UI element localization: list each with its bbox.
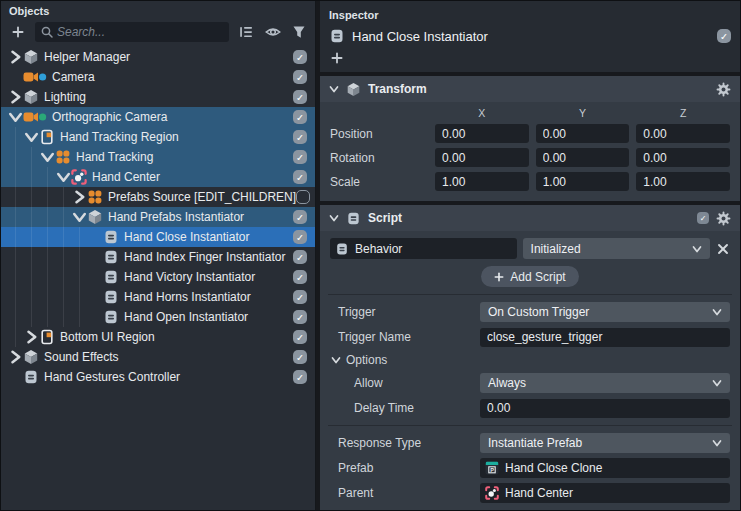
tree-item-lighting[interactable]: Lighting [1,87,315,107]
tree-item-hand-prefabs-instantiator[interactable]: Hand Prefabs Instantiator [1,207,315,227]
tree-item-prefabs-source-edit-children[interactable]: Prefabs Source [EDIT_CHILDREN] [1,187,315,207]
tree-item-orthographic-camera[interactable]: Orthographic Camera [1,107,315,127]
tree-item-hand-center[interactable]: Hand Center [1,167,315,187]
tree-guide [56,307,72,327]
parent-reference-field[interactable]: Hand Center [480,483,730,503]
tree-item-hand-victory-instantiator[interactable]: Hand Victory Instantiator [1,267,315,287]
object-enabled-checkbox[interactable] [717,29,731,43]
filter-button[interactable] [292,25,306,39]
tree-item-bottom-ui-region[interactable]: Bottom UI Region [1,327,315,347]
chevron-down-icon [712,307,722,317]
search-input[interactable] [57,25,224,39]
camera-green-icon [23,109,47,125]
tree-item-checkbox[interactable] [293,230,307,244]
tree-item-hand-index-finger-instantiator[interactable]: Hand Index Finger Instantiator [1,247,315,267]
add-script-button[interactable]: Add Script [481,266,578,287]
response-type-select[interactable]: Instantiate Prefab [480,433,730,453]
inspector-panel-title: Inspector [329,5,731,23]
chevron-down-icon[interactable] [72,209,87,225]
options-toggle[interactable]: Options [331,352,730,368]
chevron-right-icon[interactable] [24,329,39,345]
remove-script-button[interactable] [716,242,730,256]
transform-position-x-input[interactable] [435,124,529,143]
script-event-select[interactable]: Initialized [523,238,710,259]
trigger-name-input[interactable] [480,328,730,347]
tree-item-camera[interactable]: Camera [1,67,315,87]
transform-icon [346,82,361,97]
inspected-object-name: Hand Close Instantiator [352,29,488,44]
inspector-panel: Inspector Hand Close Instantiator Transf… [320,1,740,510]
tree-item-checkbox[interactable] [293,90,307,104]
transform-scale-z-input[interactable] [636,172,730,191]
transform-scale-x-input[interactable] [435,172,529,191]
tree-item-checkbox[interactable] [296,190,310,204]
behavior-script-field[interactable]: Behavior [330,238,517,259]
tree-item-checkbox[interactable] [293,330,307,344]
tree-item-hand-open-instantiator[interactable]: Hand Open Instantiator [1,307,315,327]
tree-item-hand-gestures-controller[interactable]: Hand Gestures Controller [1,367,315,387]
tree-item-checkbox[interactable] [293,110,307,124]
script-section-header[interactable]: Script [320,205,740,231]
add-object-button[interactable] [10,24,26,40]
chevron-down-icon[interactable] [329,84,339,94]
tree-item-checkbox[interactable] [293,370,307,384]
delay-time-input[interactable] [480,399,730,418]
add-inspector-item-button[interactable] [329,50,345,66]
chevron-down-icon[interactable] [8,109,23,125]
tree-guide [24,307,40,327]
tree-item-checkbox[interactable] [293,290,307,304]
collapse-tree-button[interactable] [238,24,254,40]
chevron-right-icon[interactable] [72,189,87,205]
search-box[interactable] [35,22,229,42]
tree-item-helper-manager[interactable]: Helper Manager [1,47,315,67]
tree-item-hand-tracking-region[interactable]: Hand Tracking Region [1,127,315,147]
behavior-script-name: Behavior [355,242,402,256]
visibility-filter-button[interactable] [265,24,281,40]
prefab-value: Hand Close Clone [505,461,602,475]
tree-item-hand-tracking[interactable]: Hand Tracking [1,147,315,167]
tree-item-checkbox[interactable] [293,270,307,284]
tree-item-checkbox[interactable] [293,170,307,184]
tree-item-checkbox[interactable] [293,70,307,84]
transform-rotation-z-input[interactable] [636,148,730,167]
transform-section-header[interactable]: Transform [320,76,740,102]
transform-rotation-x-input[interactable] [435,148,529,167]
prefab-reference-field[interactable]: P Hand Close Clone [480,458,730,478]
tree-guide [56,287,72,307]
tree-item-checkbox[interactable] [293,210,307,224]
tree-item-hand-close-instantiator[interactable]: Hand Close Instantiator [1,227,315,247]
tree-item-checkbox[interactable] [293,250,307,264]
objects-toolbar [1,19,315,45]
tree-item-checkbox[interactable] [293,130,307,144]
chevron-right-icon[interactable] [8,49,23,65]
tree-item-sound-effects[interactable]: Sound Effects [1,347,315,367]
parent-value: Hand Center [505,486,573,500]
gear-icon[interactable] [716,82,731,97]
tree-item-checkbox[interactable] [293,150,307,164]
transform-position-z-input[interactable] [636,124,730,143]
tree-guide [8,227,24,247]
tree-item-label: Hand Close Instantiator [124,230,249,244]
tree-guide [40,247,56,267]
tree-item-checkbox[interactable] [293,310,307,324]
tree-item-checkbox[interactable] [293,350,307,364]
tree-item-checkbox[interactable] [293,50,307,64]
chevron-right-icon[interactable] [8,349,23,365]
transform-scale-y-input[interactable] [536,172,630,191]
tree-item-hand-horns-instantiator[interactable]: Hand Horns Instantiator [1,287,315,307]
chevron-down-icon[interactable] [40,149,55,165]
trigger-select[interactable]: On Custom Trigger [480,302,730,322]
script-enabled-checkbox[interactable] [697,212,709,224]
transform-rotation-y-input[interactable] [536,148,630,167]
gear-icon[interactable] [716,211,731,226]
transform-title: Transform [368,82,427,96]
chevron-down-icon[interactable] [24,129,39,145]
transform-position-y-input[interactable] [536,124,630,143]
tree-guide [8,167,24,187]
tree-guide [72,307,88,327]
chevron-down-icon[interactable] [329,213,339,223]
allow-select[interactable]: Always [480,373,730,393]
chevron-down-icon[interactable] [56,169,71,185]
chevron-right-icon[interactable] [8,89,23,105]
chevron-down-icon[interactable] [331,355,341,365]
